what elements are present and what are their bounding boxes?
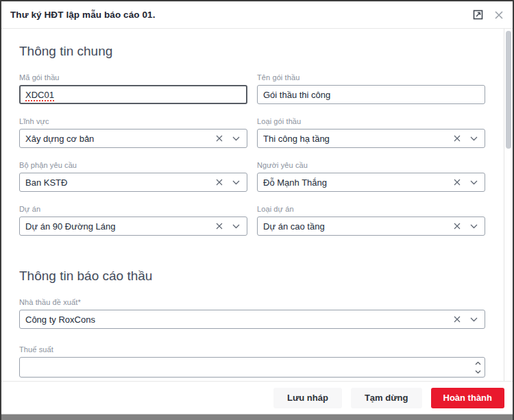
combobox-value: Dự án 90 Đường Láng <box>25 221 216 232</box>
field-bo-phan-yeu-cau: Bộ phận yêu cầu Ban KSTĐ <box>19 161 247 192</box>
clear-icon[interactable] <box>454 179 461 186</box>
chevron-down-icon[interactable] <box>232 136 240 141</box>
thue-suat-input[interactable] <box>20 358 485 377</box>
nguoi-yeu-cau-combobox[interactable]: Đỗ Mạnh Thắng <box>257 173 485 192</box>
scrollbar-thumb[interactable] <box>506 31 511 149</box>
expand-icon[interactable] <box>473 10 483 20</box>
clear-icon[interactable] <box>454 223 461 230</box>
du-an-combobox[interactable]: Dự án 90 Đường Láng <box>19 217 247 236</box>
field-thue-suat: Thuế suất <box>19 345 485 378</box>
clear-icon[interactable] <box>216 223 223 230</box>
field-loai-du-an: Loại dự án Dự án cao tầng <box>257 205 485 236</box>
scrollbar[interactable] <box>504 29 513 381</box>
combobox-value: Thi công hạ tầng <box>263 134 454 144</box>
combobox-value: Dự án cao tầng <box>263 221 454 232</box>
bo-phan-yeu-cau-combobox[interactable]: Ban KSTĐ <box>19 173 247 192</box>
form-content: Thông tin chung Mã gói thầu Tên gói thầu <box>1 29 504 381</box>
loai-goi-thau-combobox[interactable]: Thi công hạ tầng <box>257 129 485 148</box>
field-du-an: Dự án Dự án 90 Đường Láng <box>19 205 247 236</box>
field-nha-thau-de-xuat: Nhà thầu đề xuất* Công ty RoxCons <box>19 298 485 329</box>
clear-icon[interactable] <box>216 179 223 186</box>
combobox-value: Ban KSTĐ <box>25 177 216 188</box>
field-ten-goi-thau: Tên gói thầu <box>257 73 485 104</box>
spellcheck-underline <box>25 100 54 101</box>
clear-icon[interactable] <box>454 135 461 142</box>
modal-dialog: Thư ký HĐT lập mẫu báo cáo 01. Thông tin… <box>0 0 514 420</box>
dialog-footer: Lưu nháp Tạm dừng Hoàn thành <box>1 381 513 414</box>
field-ma-goi-thau: Mã gói thầu <box>19 73 247 104</box>
close-icon[interactable] <box>494 10 504 20</box>
complete-button[interactable]: Hoàn thành <box>431 388 505 408</box>
field-label: Tên gói thầu <box>257 73 485 82</box>
ten-goi-thau-input[interactable] <box>257 85 485 104</box>
field-label: Nhà thầu đề xuất* <box>19 298 485 306</box>
field-label: Dự án <box>19 205 247 213</box>
section-heading-general: Thông tin chung <box>19 44 485 59</box>
number-spinner <box>472 358 483 376</box>
chevron-down-icon[interactable] <box>232 180 240 185</box>
combobox-value: Xây dựng cơ bản <box>25 134 216 144</box>
dialog-titlebar: Thư ký HĐT lập mẫu báo cáo 01. <box>1 1 513 29</box>
save-draft-button[interactable]: Lưu nháp <box>273 388 342 408</box>
spinner-down-icon[interactable] <box>472 367 483 376</box>
linh-vuc-combobox[interactable]: Xây dựng cơ bản <box>19 129 247 148</box>
spinner-up-icon[interactable] <box>472 358 483 367</box>
page-background-strip <box>1 414 513 420</box>
field-label: Loại dự án <box>257 205 485 213</box>
field-linh-vuc: Lĩnh vực Xây dựng cơ bản <box>19 117 247 148</box>
field-label: Bộ phận yêu cầu <box>19 161 247 169</box>
chevron-down-icon[interactable] <box>470 180 478 185</box>
chevron-down-icon[interactable] <box>232 224 240 229</box>
field-label: Loại gói thầu <box>257 117 485 125</box>
field-loai-goi-thau: Loại gói thầu Thi công hạ tầng <box>257 117 485 148</box>
chevron-down-icon[interactable] <box>470 224 478 229</box>
pause-button[interactable]: Tạm dừng <box>351 388 422 408</box>
dialog-title: Thư ký HĐT lập mẫu báo cáo 01. <box>10 10 473 20</box>
field-label: Thuế suất <box>19 345 485 354</box>
loai-du-an-combobox[interactable]: Dự án cao tầng <box>257 217 485 236</box>
nha-thau-de-xuat-combobox[interactable]: Công ty RoxCons <box>19 310 485 329</box>
combobox-value: Công ty RoxCons <box>25 314 454 325</box>
clear-icon[interactable] <box>454 316 461 323</box>
chevron-down-icon[interactable] <box>470 317 478 322</box>
field-label: Mã gói thầu <box>19 73 247 82</box>
section-heading-report: Thông tin báo cáo thầu <box>19 269 485 284</box>
field-label: Lĩnh vực <box>19 117 247 125</box>
chevron-down-icon[interactable] <box>470 136 478 141</box>
clear-icon[interactable] <box>216 135 223 142</box>
combobox-value: Đỗ Mạnh Thắng <box>263 177 454 188</box>
field-nguoi-yeu-cau: Người yêu cầu Đỗ Mạnh Thắng <box>257 161 485 192</box>
field-label: Người yêu cầu <box>257 161 485 169</box>
